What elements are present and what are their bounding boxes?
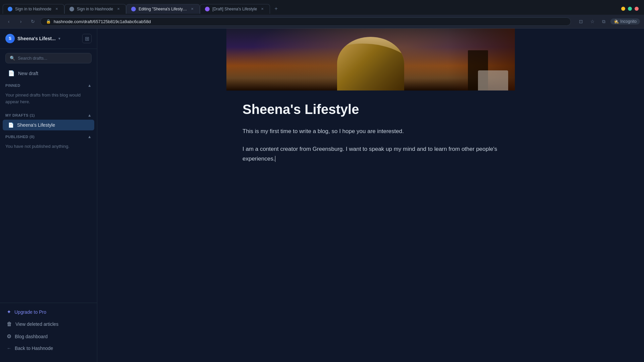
back-to-hashnode-label: Back to Hashnode — [15, 346, 53, 351]
tab-favicon-4 — [205, 7, 210, 11]
published-title: PUBLISHED (0) — [5, 135, 35, 139]
person-silhouette — [337, 37, 404, 90]
sidebar-bottom: ✦ Upgrade to Pro 🗑 View deleted articles… — [0, 303, 97, 357]
blog-name-label: Sheena's Lifest... — [17, 36, 56, 41]
published-section-header: PUBLISHED (0) ▲ — [0, 130, 97, 141]
tab-favicon-2 — [69, 7, 74, 11]
content-area: Sheena's Lifestyle This is my first time… — [97, 28, 644, 362]
blog-dashboard-button[interactable]: ⚙ Blog dashboard — [3, 330, 94, 343]
article-paragraph-2: I am a content creator from Greensburg. … — [243, 144, 499, 164]
sidebar-toggle-icon[interactable]: ⧉ — [599, 17, 608, 26]
back-arrow-icon: ← — [7, 346, 11, 351]
published-toggle-icon[interactable]: ▲ — [88, 134, 92, 139]
new-draft-button[interactable]: 📄 New draft — [3, 67, 94, 79]
address-text: hashnode.com/draft/657125b819c1a9abc6cab… — [54, 19, 151, 24]
tab-label-3: Editing "Sheena's Lifestyle" — [139, 7, 187, 11]
reload-button[interactable]: ↻ — [28, 17, 38, 26]
my-drafts-title: MY DRAFTS (1) — [5, 113, 35, 117]
incognito-label: Incognito — [620, 19, 637, 24]
blog-logo: S — [5, 34, 15, 43]
tab-close-4[interactable]: ✕ — [260, 6, 265, 12]
trash-icon: 🗑 — [7, 321, 12, 327]
tab-bar: Sign in to Hashnode ✕ Sign in to Hashnod… — [0, 0, 644, 15]
pinned-section-header: PINNED ▲ — [0, 79, 97, 90]
tab-favicon-3 — [131, 7, 136, 11]
article-content: Sheena's Lifestyle This is my first time… — [226, 90, 515, 183]
back-to-hashnode-button[interactable]: ← Back to Hashnode — [3, 343, 94, 354]
incognito-badge: 🕵 Incognito — [610, 18, 640, 24]
pinned-empty-text: Your pinned drafts from this blog would … — [0, 90, 97, 109]
article-title: Sheena's Lifestyle — [243, 101, 499, 117]
tab-label-1: Sign in to Hashnode — [15, 7, 51, 11]
search-box[interactable]: 🔍 Search drafts... — [5, 53, 92, 63]
address-bar[interactable]: 🔒 hashnode.com/draft/657125b819c1a9abc6c… — [40, 17, 571, 26]
cover-image — [226, 28, 515, 90]
hair-flow — [337, 44, 404, 90]
blog-identity[interactable]: S Sheena's Lifest... ▾ — [5, 34, 60, 43]
back-nav-button[interactable]: ‹ — [4, 17, 13, 26]
draft-item-icon: 📄 — [8, 122, 14, 128]
pinned-title: PINNED — [5, 83, 20, 87]
tab-close-1[interactable]: ✕ — [54, 6, 59, 12]
paragraph-2-text: I am a content creator from Greensburg. … — [243, 146, 497, 162]
lock-icon: 🔒 — [46, 19, 51, 24]
text-cursor — [275, 156, 275, 162]
view-deleted-articles-button[interactable]: 🗑 View deleted articles — [3, 318, 94, 330]
address-bar-actions: ⊡ ☆ ⧉ 🕵 Incognito — [576, 17, 640, 26]
new-draft-label: New draft — [18, 71, 38, 76]
my-drafts-section-header: MY DRAFTS (1) ▲ — [0, 109, 97, 120]
browser-tab-1[interactable]: Sign in to Hashnode ✕ — [3, 4, 64, 14]
sidebar: S Sheena's Lifest... ▾ ⊞ 🔍 Search drafts… — [0, 28, 97, 362]
draft-item-sheenas-lifestyle[interactable]: 📄 Sheena's Lifestyle — [3, 120, 94, 130]
minimize-button[interactable]: − — [621, 7, 625, 11]
view-deleted-label: View deleted articles — [15, 321, 58, 327]
forward-nav-button[interactable]: › — [16, 17, 25, 26]
published-empty-text: You have not published anything. — [0, 141, 97, 154]
incognito-icon: 🕵 — [614, 19, 619, 24]
main-area: S Sheena's Lifest... ▾ ⊞ 🔍 Search drafts… — [0, 28, 644, 362]
search-icon: 🔍 — [10, 56, 15, 61]
bookmark-icon[interactable]: ☆ — [588, 17, 597, 26]
search-placeholder: Search drafts... — [18, 56, 47, 61]
my-drafts-toggle-icon[interactable]: ▲ — [88, 113, 92, 118]
upgrade-label: Upgrade to Pro — [14, 309, 46, 315]
tab-label-2: Sign in to Hashnode — [77, 7, 113, 11]
search-container: 🔍 Search drafts... — [0, 49, 97, 67]
tab-close-3[interactable]: ✕ — [190, 6, 195, 12]
blog-dashboard-label: Blog dashboard — [15, 334, 48, 339]
tab-label-4: [Draft] Sheena's Lifestyle — [212, 7, 257, 11]
address-bar-row: ‹ › ↻ 🔒 hashnode.com/draft/657125b819c1a… — [0, 15, 644, 28]
article-container: Sheena's Lifestyle This is my first time… — [226, 28, 515, 209]
chevron-down-icon: ▾ — [58, 36, 60, 41]
new-tab-button[interactable]: + — [271, 4, 281, 13]
browser-tab-3[interactable]: Editing "Sheena's Lifestyle" ✕ — [126, 4, 200, 14]
close-button[interactable]: ✕ — [635, 7, 639, 11]
browser-chrome: Sign in to Hashnode ✕ Sign in to Hashnod… — [0, 0, 644, 28]
laptop-decoration — [478, 70, 508, 90]
right-decoration — [448, 28, 515, 90]
tab-favicon-1 — [8, 7, 12, 11]
browser-tab-2[interactable]: Sign in to Hashnode ✕ — [64, 4, 126, 14]
article-paragraph-1: This is my first time to write a blog, s… — [243, 127, 499, 136]
new-tab-sidebar-button[interactable]: ⊞ — [82, 34, 92, 43]
window-controls: − □ ✕ — [621, 7, 641, 11]
dashboard-icon: ⚙ — [7, 333, 11, 340]
new-draft-icon: 📄 — [8, 70, 15, 76]
maximize-button[interactable]: □ — [628, 7, 632, 11]
draft-item-label: Sheena's Lifestyle — [17, 122, 55, 128]
tab-close-2[interactable]: ✕ — [116, 6, 121, 12]
pinned-toggle-icon[interactable]: ▲ — [88, 83, 92, 88]
upgrade-to-pro-button[interactable]: ✦ Upgrade to Pro — [3, 306, 94, 318]
browser-tab-4[interactable]: [Draft] Sheena's Lifestyle ✕ — [200, 4, 270, 14]
cast-icon[interactable]: ⊡ — [576, 17, 586, 26]
sidebar-header: S Sheena's Lifest... ▾ ⊞ — [0, 28, 97, 49]
upgrade-icon: ✦ — [7, 309, 11, 315]
